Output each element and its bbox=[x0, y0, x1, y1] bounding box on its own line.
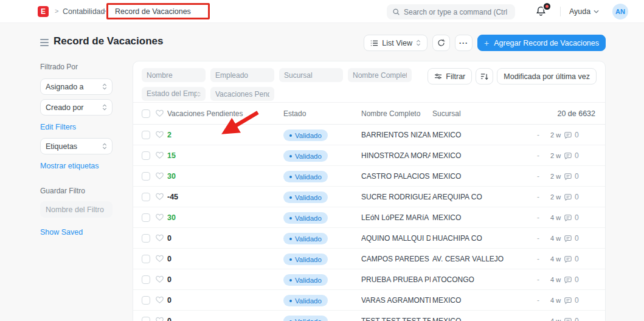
like-icon[interactable] bbox=[155, 316, 164, 321]
like-icon[interactable] bbox=[155, 130, 164, 139]
table-row[interactable]: 30 Validado CASTRO PALACIOS B... MEXICO … bbox=[133, 166, 605, 187]
created-by-select[interactable]: Creado por bbox=[40, 99, 113, 116]
select-caret-icon bbox=[197, 91, 201, 97]
full-name-cell[interactable]: PRUEBA PRUEBA PRU... bbox=[361, 269, 431, 290]
comment-count-value: 0 bbox=[575, 296, 579, 305]
comment-count-value: 0 bbox=[575, 151, 579, 160]
table-row[interactable]: 0 Validado PRUEBA PRUEBA PRU... ATOCONGO… bbox=[133, 269, 605, 290]
assigned-to-label: Asignado a bbox=[46, 83, 84, 91]
sidebar-toggle-icon[interactable] bbox=[40, 39, 49, 48]
like-icon[interactable] bbox=[155, 275, 164, 283]
search-input[interactable] bbox=[404, 8, 510, 16]
row-checkbox[interactable] bbox=[142, 234, 150, 243]
search-icon bbox=[392, 8, 400, 16]
table-row[interactable]: 30 Validado LEóN LóPEZ MARíA B... MEXICO… bbox=[133, 207, 605, 228]
row-checkbox[interactable] bbox=[142, 296, 150, 305]
like-icon[interactable] bbox=[155, 213, 164, 221]
row-checkbox[interactable] bbox=[142, 193, 150, 201]
app-logo[interactable]: E bbox=[38, 6, 49, 17]
filter-nombre-completo-input[interactable] bbox=[348, 68, 412, 82]
like-icon[interactable] bbox=[155, 151, 164, 159]
refresh-button[interactable] bbox=[432, 35, 450, 51]
assigned-cell: - bbox=[533, 311, 543, 321]
full-name-cell[interactable]: AQUINO MALLQUI DE... bbox=[361, 228, 431, 249]
filter-nombre-input[interactable] bbox=[142, 68, 206, 82]
tags-select[interactable]: Etiquetas bbox=[40, 138, 113, 154]
row-checkbox[interactable] bbox=[142, 317, 150, 321]
full-name-cell[interactable]: CAMPOS PAREDES G... bbox=[361, 249, 431, 269]
table-row[interactable]: 2 Validado BARRIENTOS NIZAMA... MEXICO -… bbox=[133, 125, 605, 145]
filter-name-input[interactable] bbox=[40, 201, 113, 218]
table-row[interactable]: -45 Validado SUCRE RODRIGUEZ J... AREQUI… bbox=[133, 187, 605, 207]
view-switcher-button[interactable]: List View bbox=[364, 35, 428, 51]
filter-bar: Estado del Empl... Filtrar Modificada po… bbox=[133, 61, 605, 103]
table-row[interactable]: 0 Validado AQUINO MALLQUI DE... HUACHIPA… bbox=[133, 228, 605, 249]
status-label: Validado bbox=[295, 318, 322, 321]
modified-cell: 2 w bbox=[550, 125, 561, 145]
filter-empleado-input[interactable] bbox=[210, 68, 274, 82]
row-checkbox[interactable] bbox=[142, 213, 150, 222]
row-checkbox[interactable] bbox=[142, 255, 150, 263]
avatar[interactable]: AN bbox=[612, 4, 628, 19]
pending-days-value: 2 bbox=[167, 125, 171, 145]
select-all-checkbox[interactable] bbox=[142, 109, 150, 118]
like-icon[interactable] bbox=[155, 171, 164, 180]
col-header-status: Estado bbox=[283, 103, 306, 125]
full-name-cell[interactable]: TEST TEST TEST TEST... bbox=[361, 311, 431, 321]
menu-button[interactable]: ··· bbox=[455, 35, 473, 51]
full-name-cell[interactable]: CASTRO PALACIOS B... bbox=[361, 166, 431, 187]
full-name-cell[interactable]: HINOSTROZA MORAL... bbox=[361, 145, 431, 166]
like-filter-icon[interactable] bbox=[155, 109, 164, 117]
filter-vacaciones-input[interactable] bbox=[210, 87, 274, 101]
filter-button[interactable]: Filtrar bbox=[428, 68, 472, 85]
table-row[interactable]: 0 Validado CAMPOS PAREDES G... AV. CESAR… bbox=[133, 249, 605, 269]
comment-count-value: 0 bbox=[575, 275, 579, 284]
comment-count: 0 bbox=[564, 187, 579, 207]
like-icon[interactable] bbox=[155, 192, 164, 201]
full-name-cell[interactable]: LEóN LóPEZ MARíA B... bbox=[361, 207, 431, 228]
breadcrumb-record-de-vacaciones[interactable]: Record de Vacaciones bbox=[115, 7, 191, 16]
help-menu[interactable]: Ayuda bbox=[569, 7, 599, 16]
like-icon[interactable] bbox=[155, 295, 164, 304]
status-badge: Validado bbox=[283, 150, 328, 162]
show-tags-link[interactable]: Mostrar etiquetas bbox=[40, 162, 99, 170]
show-saved-link[interactable]: Show Saved bbox=[40, 228, 83, 236]
row-checkbox[interactable] bbox=[142, 131, 150, 139]
notifications-button[interactable] bbox=[535, 5, 550, 19]
comment-count-value: 0 bbox=[575, 131, 579, 139]
status-badge: Validado bbox=[283, 295, 328, 306]
status-dot-icon bbox=[289, 217, 292, 219]
status-label: Validado bbox=[295, 297, 322, 305]
modified-cell: 4 w bbox=[550, 249, 561, 269]
row-checkbox[interactable] bbox=[142, 275, 150, 284]
table-row[interactable]: 0 Validado TEST TEST TEST TEST... MEXICO… bbox=[133, 311, 605, 321]
row-checkbox[interactable] bbox=[142, 151, 150, 160]
add-record-button[interactable]: + Agregar Record de Vacaciones bbox=[477, 35, 606, 51]
full-name-cell[interactable]: SUCRE RODRIGUEZ J... bbox=[361, 187, 431, 207]
row-checkbox[interactable] bbox=[142, 172, 150, 181]
table-row[interactable]: 0 Validado VARAS AGRAMONTE ... MEXICO - … bbox=[133, 290, 605, 311]
like-icon[interactable] bbox=[155, 233, 164, 242]
assigned-cell: - bbox=[533, 166, 543, 187]
plus-icon: + bbox=[484, 38, 489, 48]
comment-icon bbox=[564, 255, 572, 263]
select-caret-icon bbox=[416, 40, 421, 46]
record-count: 20 de 6632 bbox=[557, 103, 595, 125]
filter-sucursal-input[interactable] bbox=[279, 68, 343, 82]
global-search[interactable] bbox=[387, 4, 515, 19]
edit-filters-link[interactable]: Edit Filters bbox=[40, 123, 76, 131]
breadcrumb-contabilidad[interactable]: Contabilidad bbox=[63, 7, 105, 16]
status-badge: Validado bbox=[283, 274, 328, 286]
like-icon[interactable] bbox=[155, 254, 164, 263]
full-name-cell[interactable]: VARAS AGRAMONTE ... bbox=[361, 290, 431, 311]
modified-cell: 2 w bbox=[550, 187, 561, 207]
filter-estado-select[interactable]: Estado del Empl... bbox=[142, 87, 206, 101]
sort-direction-button[interactable] bbox=[476, 68, 493, 85]
comment-count-value: 0 bbox=[575, 234, 579, 243]
table-row[interactable]: 15 Validado HINOSTROZA MORAL... MEXICO -… bbox=[133, 145, 605, 166]
assigned-to-select[interactable]: Asignado a bbox=[40, 78, 113, 95]
chevron-right-icon: > bbox=[55, 7, 58, 15]
sort-by-button[interactable]: Modificada por última vez bbox=[497, 68, 597, 85]
full-name-cell[interactable]: BARRIENTOS NIZAMA... bbox=[361, 125, 431, 145]
status-dot-icon bbox=[289, 279, 292, 281]
